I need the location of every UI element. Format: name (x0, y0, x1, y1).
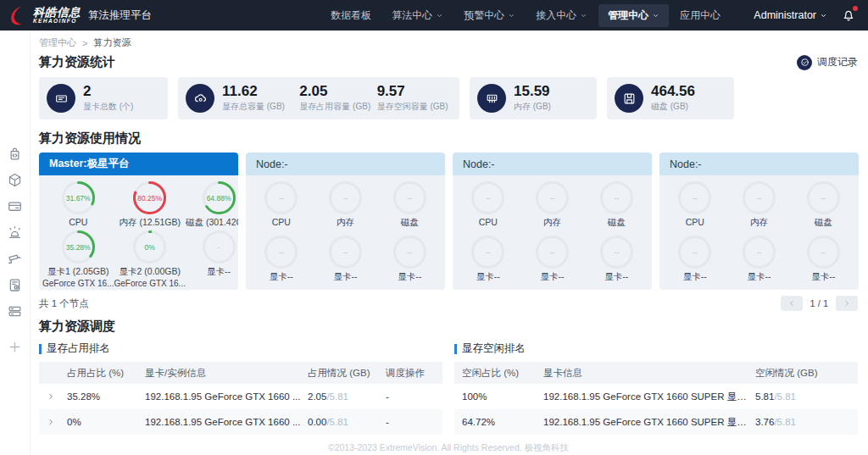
table-cell-pct: 100% (462, 391, 543, 402)
empty-node-card-1: Node:---CPU--内存--磁盘--显卡----显卡----显卡-- (246, 153, 445, 290)
stat-value: 9.57 (377, 84, 454, 99)
schedule-section-title: 算力资源调度 (39, 319, 858, 335)
sidebar-item-devices[interactable] (6, 197, 25, 215)
ring-value: -- (677, 235, 712, 269)
plus-icon (7, 339, 23, 355)
stats-section-title: 算力资源统计 (39, 54, 115, 70)
chevron-down-icon (436, 12, 443, 19)
nav-item-algorithm[interactable]: 算法中心 (382, 4, 453, 27)
breadcrumb-current: 算力资源 (93, 36, 131, 49)
sidebar-item-models[interactable] (6, 170, 25, 189)
user-name: Administrator (754, 9, 816, 21)
node-title: Node:- (659, 153, 859, 175)
table-cell-value: 5.81/5.81 (755, 391, 850, 402)
stat-label: 显存总容量 (GB) (222, 101, 299, 113)
usage-ring: --磁盘 (791, 180, 855, 234)
nav-item-warning[interactable]: 预警中心 (454, 4, 525, 27)
left-sidebar (0, 31, 31, 455)
disk-icon (615, 84, 643, 113)
usage-ring: --CPU (456, 180, 520, 234)
header-cell: 占用情况 (GB) (308, 367, 386, 380)
master-node-card: Master:极星平台31.67%CPU80.25%内存 (12.51GB)64… (39, 153, 238, 290)
sidebar-item-alerts[interactable] (6, 223, 25, 241)
sidebar-item-resources[interactable] (6, 302, 25, 320)
nav-item-application[interactable]: 应用中心 (670, 4, 730, 27)
accent-bar (39, 344, 42, 354)
empty-node-card-2: Node:---CPU--内存--磁盘--显卡----显卡----显卡-- (453, 153, 652, 290)
master-node-body: 31.67%CPU80.25%内存 (12.51GB)64.88%磁盘 (301… (39, 175, 238, 290)
sidebar-item-server-config[interactable] (6, 275, 25, 294)
row-expander[interactable] (47, 418, 67, 426)
node-count-note: 共 1 个节点 (39, 297, 89, 310)
alarm-icon (7, 225, 23, 241)
stat-label: 显存占用容量 (GB) (299, 101, 376, 113)
table-cell-value: 3.76/5.81 (755, 417, 850, 427)
ring-value: 64.88% (202, 180, 236, 215)
usage-ring: --内存 (520, 180, 585, 234)
header-cell: 空闲情况 (GB) (755, 367, 850, 380)
camera-icon (7, 251, 23, 267)
stat-label: 显存空闲容量 (GB) (377, 101, 454, 113)
ring-label: 显卡-- (683, 271, 707, 283)
stat-label: 内存 (GB) (514, 101, 592, 113)
idle-ranking-panel: 显存空闲排名 空闲占比 (%)显卡信息空闲情况 (GB)100%192.168.… (454, 341, 858, 435)
server-stack-icon (7, 303, 23, 319)
schedule-record-icon (800, 58, 810, 67)
logo[interactable]: 科皓信息 KEHAOINFO 算法推理平台 (8, 5, 152, 25)
node-title: Node:- (453, 153, 652, 175)
chevron-down-icon (580, 12, 587, 19)
notification-bell[interactable] (841, 8, 856, 23)
chevron-right-icon (843, 299, 851, 308)
ring-value: -- (264, 180, 298, 215)
sidebar-item-apps[interactable] (6, 144, 25, 163)
ring-value: -- (535, 235, 570, 269)
stat-value: 15.59 (514, 84, 592, 99)
row-expander[interactable] (47, 392, 67, 401)
occupied-table-row: 35.28%192.168.1.95 GeForce GTX 1660 ...2… (39, 384, 442, 409)
device-card-icon (7, 198, 23, 214)
pager-label: 1 / 1 (810, 298, 828, 308)
stat-label: 显卡总数 (个) (83, 101, 163, 113)
stat-card-3: 464.56磁盘 (GB) (607, 77, 734, 119)
ring-value: -- (328, 180, 363, 215)
stat-metrics: 464.56磁盘 (GB) (651, 84, 734, 113)
usage-ring: --磁盘 (377, 180, 442, 234)
ring-label: CPU (272, 217, 291, 227)
ring-value: 0% (132, 230, 167, 264)
nav-item-management[interactable]: 管理中心 (598, 4, 669, 27)
usage-ring: --显卡-- (520, 235, 585, 288)
table-cell-action: - (386, 417, 435, 427)
user-menu[interactable]: Administrator (754, 9, 827, 21)
schedule-record-button[interactable]: 调度记录 (797, 55, 858, 70)
ring-label: 内存 (543, 217, 561, 229)
ring-value: -- (392, 235, 427, 269)
stat-metrics: 15.59内存 (GB) (514, 84, 597, 113)
node-title: Node:- (246, 153, 445, 175)
ring-value: 31.67% (61, 180, 96, 215)
table-cell-pct: 0% (67, 417, 145, 427)
ring-value: -- (677, 180, 712, 215)
usage-ring: --CPU (663, 180, 727, 234)
ring-label: 显卡-- (811, 271, 835, 283)
breadcrumb-item[interactable]: 管理中心 (39, 36, 76, 49)
pager-next-button[interactable] (836, 296, 858, 311)
sidebar-item-cameras[interactable] (6, 249, 25, 268)
occupied-ranking-panel: 显存占用排名 占用占比 (%)显卡/实例信息占用情况 (GB)调度操作35.28… (39, 341, 442, 435)
ring-label: 内存 (337, 217, 354, 229)
sidebar-item-add[interactable] (6, 337, 25, 356)
chevron-right-icon (47, 392, 55, 401)
memory-icon (477, 84, 506, 113)
usage-ring: --显卡-- (791, 235, 855, 288)
table-cell-action: - (386, 391, 435, 402)
nav-item-dashboard[interactable]: 数据看板 (321, 4, 381, 27)
header-cell: 显卡/实例信息 (145, 367, 308, 380)
top-header: 科皓信息 KEHAOINFO 算法推理平台 数据看板算法中心预警中心接入中心管理… (0, 0, 868, 31)
idle-table-row: 64.72%192.168.1.95 GeForce GTX 1660 SUPE… (454, 409, 858, 435)
table-cell-info: 192.168.1.95 GeForce GTX 1660 ... (145, 417, 308, 427)
pager-prev-button[interactable] (781, 296, 803, 311)
nav-item-access[interactable]: 接入中心 (526, 4, 597, 27)
notification-dot (853, 6, 858, 11)
stat-metric: 9.57显存空闲容量 (GB) (377, 84, 454, 113)
brand-subtitle: KEHAOINFO (33, 19, 81, 25)
chevron-left-icon (787, 299, 796, 308)
